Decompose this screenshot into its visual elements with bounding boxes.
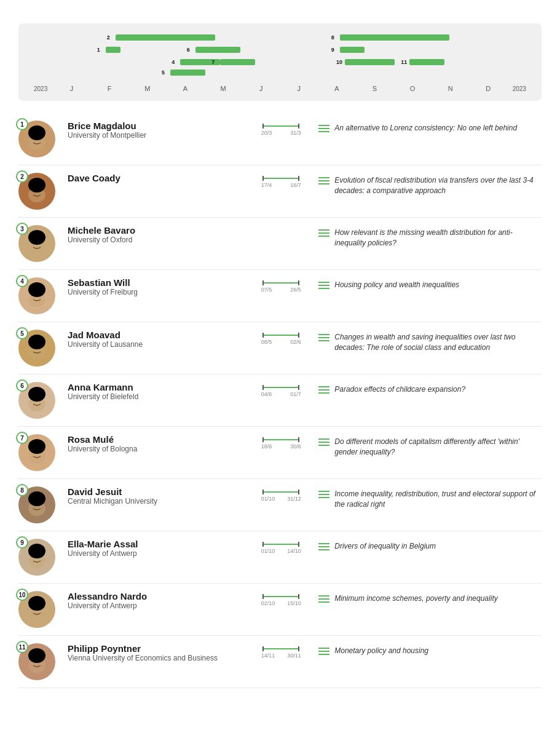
svg-point-9 bbox=[28, 178, 45, 192]
timeline: 124567891011 2023 J F M A M J J A S O N … bbox=[18, 23, 542, 101]
lines-icon-8 bbox=[318, 491, 329, 498]
date-start-9: 01/10 bbox=[261, 548, 275, 554]
timeline-bar-6: 6 bbox=[195, 47, 240, 53]
date-start-1: 20/3 bbox=[261, 130, 272, 136]
visitor-row-7: 7 Rosa MuléUniversity of Bologna18/630/6… bbox=[18, 427, 542, 479]
date-start-4: 07/5 bbox=[261, 287, 272, 293]
visitor-topic-10: Minimum income schemes, poverty and ineq… bbox=[334, 593, 497, 604]
avatar-col-3: 3 bbox=[18, 225, 60, 262]
visitor-topic-8: Income inequality, redistribution, trust… bbox=[334, 489, 542, 510]
lines-icon-6 bbox=[318, 386, 329, 394]
visitor-dates-2: 17/416/7 bbox=[253, 173, 309, 188]
visitor-badge-6: 6 bbox=[16, 379, 28, 392]
svg-point-4 bbox=[28, 125, 45, 140]
date-bar-8 bbox=[262, 491, 299, 493]
date-start-11: 14/11 bbox=[261, 653, 275, 659]
visitor-university-4: University of Freiburg bbox=[68, 288, 253, 296]
visitor-topic-4: Housing policy and wealth inequalities bbox=[334, 280, 459, 290]
date-bar-1 bbox=[262, 125, 299, 127]
visitor-topic-6: Paradox effects of childcare expansion? bbox=[334, 384, 465, 395]
avatar-col-11: 11 bbox=[18, 643, 60, 680]
date-start-2: 17/4 bbox=[261, 182, 272, 188]
visitor-badge-5: 5 bbox=[16, 327, 28, 339]
visitor-info-7: Rosa MuléUniversity of Bologna bbox=[68, 434, 253, 454]
date-start-6: 04/6 bbox=[261, 391, 272, 397]
avatar-col-7: 7 bbox=[18, 434, 60, 471]
visitor-dates-3 bbox=[253, 225, 309, 229]
lines-icon-4 bbox=[318, 282, 329, 289]
date-end-5: 02/6 bbox=[290, 339, 301, 345]
visitor-dates-1: 20/331/3 bbox=[253, 121, 309, 136]
avatar-col-2: 2 bbox=[18, 173, 60, 210]
visitor-info-9: Ella-Marie AssalUniversity of Antwerp bbox=[68, 539, 253, 559]
lines-icon-11 bbox=[318, 648, 329, 655]
visitor-topic-col-7: Do different models of capitalism differ… bbox=[309, 434, 542, 458]
visitor-dates-7: 18/630/6 bbox=[253, 434, 309, 450]
visitor-university-11: Vienna University of Economics and Busin… bbox=[68, 654, 253, 662]
visitor-name-11: Philipp Poyntner bbox=[68, 643, 253, 654]
visitor-topic-col-11: Monetary policy and housing bbox=[309, 643, 542, 656]
timeline-months: 2023 J F M A M J J A S O N D 2023 bbox=[31, 85, 529, 92]
date-bar-6 bbox=[262, 387, 299, 388]
visitor-row-2: 2 Dave Coady17/416/7Evolution of fiscal … bbox=[18, 165, 542, 218]
svg-point-49 bbox=[28, 596, 45, 611]
date-bar-4 bbox=[262, 282, 299, 284]
visitor-row-4: 4 Sebastian WillUniversity of Freiburg07… bbox=[18, 270, 542, 322]
visitor-name-9: Ella-Marie Assal bbox=[68, 539, 253, 549]
visitor-dates-5: 08/502/6 bbox=[253, 330, 309, 345]
avatar-col-5: 5 bbox=[18, 330, 60, 367]
visitor-info-1: Brice MagdalouUniversity of Montpellier bbox=[68, 121, 253, 141]
visitor-topic-col-5: Changes in wealth and saving inequalitie… bbox=[309, 330, 542, 353]
lines-icon-10 bbox=[318, 595, 329, 603]
visitor-topic-col-9: Drivers of inequality in Belgium bbox=[309, 539, 542, 552]
timeline-bar-8: 8 bbox=[340, 34, 449, 41]
svg-point-24 bbox=[28, 335, 45, 349]
visitor-topic-5: Changes in wealth and saving inequalitie… bbox=[334, 332, 542, 353]
visitor-badge-9: 9 bbox=[16, 536, 28, 549]
timeline-bar-9: 9 bbox=[340, 47, 365, 53]
visitor-topic-9: Drivers of inequality in Belgium bbox=[334, 541, 436, 552]
page: 124567891011 2023 J F M A M J J A S O N … bbox=[0, 0, 560, 707]
visitor-info-2: Dave Coady bbox=[68, 173, 253, 184]
visitor-info-5: Jad MoavadUniversity of Lausanne bbox=[68, 330, 253, 350]
timeline-bar-5: 5 bbox=[170, 69, 205, 76]
visitor-badge-1: 1 bbox=[16, 118, 28, 130]
visitor-badge-2: 2 bbox=[16, 170, 28, 183]
visitor-topic-col-1: An alternative to Lorenz consistency: No… bbox=[309, 121, 542, 133]
visitor-topic-11: Monetary policy and housing bbox=[334, 646, 428, 656]
date-bar-5 bbox=[262, 335, 299, 336]
date-end-8: 31/12 bbox=[287, 496, 301, 502]
visitor-university-7: University of Bologna bbox=[68, 445, 253, 453]
svg-point-39 bbox=[28, 491, 45, 506]
visitor-name-8: David Jesuit bbox=[68, 486, 253, 497]
lines-icon-1 bbox=[318, 125, 329, 132]
avatar-col-1: 1 bbox=[18, 121, 60, 157]
visitor-name-3: Michele Bavaro bbox=[68, 225, 253, 236]
visitor-name-10: Alessandro Nardo bbox=[68, 591, 253, 601]
visitor-topic-1: An alternative to Lorenz consistency: No… bbox=[334, 123, 517, 133]
svg-point-14 bbox=[28, 230, 45, 245]
visitor-dates-6: 04/601/7 bbox=[253, 382, 309, 397]
svg-point-34 bbox=[28, 439, 45, 454]
date-end-10: 15/10 bbox=[287, 600, 301, 606]
visitor-badge-8: 8 bbox=[16, 484, 28, 496]
visitor-badge-3: 3 bbox=[16, 223, 28, 235]
visitor-row-3: 3 Michele BavaroUniversity of OxfordHow … bbox=[18, 218, 542, 270]
visitor-university-8: Central Michigan University bbox=[68, 497, 253, 506]
lines-icon-7 bbox=[318, 438, 329, 446]
lines-icon-2 bbox=[318, 177, 329, 184]
visitor-university-9: University of Antwerp bbox=[68, 549, 253, 558]
date-bar-10 bbox=[262, 596, 299, 597]
visitors-list: 1 Brice MagdalouUniversity of Montpellie… bbox=[18, 113, 542, 688]
visitor-row-11: 11 Philipp PoyntnerVienna University of … bbox=[18, 636, 542, 688]
date-start-8: 01/10 bbox=[261, 496, 275, 502]
visitor-dates-9: 01/1014/10 bbox=[253, 539, 309, 554]
visitor-topic-2: Evolution of fiscal redistribution via t… bbox=[334, 175, 542, 196]
avatar-col-8: 8 bbox=[18, 486, 60, 523]
visitor-row-9: 9 Ella-Marie AssalUniversity of Antwerp0… bbox=[18, 531, 542, 584]
visitor-topic-3: How relevant is the missing wealth distr… bbox=[334, 228, 542, 248]
svg-point-44 bbox=[28, 544, 45, 558]
visitor-name-6: Anna Karmann bbox=[68, 382, 253, 392]
timeline-bar-1: 1 bbox=[106, 47, 120, 53]
visitor-row-6: 6 Anna KarmannUniversity of Bielefeld04/… bbox=[18, 375, 542, 427]
